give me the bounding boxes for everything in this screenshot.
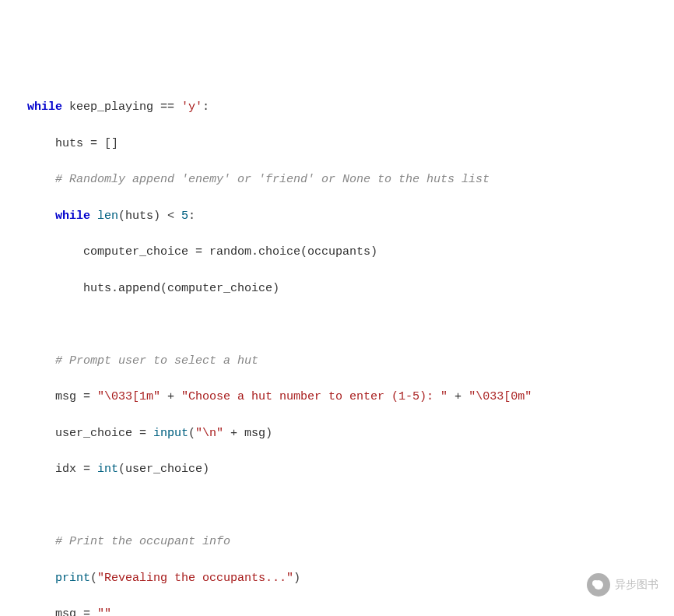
code-line: # Print the occupant info <box>27 533 674 551</box>
watermark-text: 异步图书 <box>615 576 658 593</box>
code-line: msg = "" <box>27 605 674 616</box>
comment: # Print the occupant info <box>27 535 230 548</box>
code-line: huts.append(computer_choice) <box>27 280 674 297</box>
watermark: 异步图书 <box>587 573 658 597</box>
code-line: computer_choice = random.choice(occupant… <box>27 243 674 261</box>
keyword-while: while <box>27 100 62 114</box>
code-line: msg = "\033[1m" + "Choose a hut number t… <box>27 388 674 406</box>
weibo-icon <box>587 573 610 597</box>
comment: # Randomly append 'enemy' or 'friend' or… <box>27 173 490 186</box>
code-line <box>27 315 674 333</box>
code-line: while keep_playing == 'y': <box>27 98 674 116</box>
code-line: # Randomly append 'enemy' or 'friend' or… <box>27 171 674 188</box>
comment: # Prompt user to select a hut <box>27 354 258 368</box>
code-line: while len(huts) < 5: <box>27 207 674 225</box>
code-line: idx = int(user_choice) <box>27 460 674 478</box>
keyword-while: while <box>55 209 90 223</box>
code-line: # Prompt user to select a hut <box>27 352 674 370</box>
code-line: huts = [] <box>27 135 674 153</box>
code-line: user_choice = input("\n" + msg) <box>27 424 674 442</box>
code-block: while keep_playing == 'y': huts = [] # R… <box>0 80 674 616</box>
code-line <box>27 497 674 515</box>
code-line: print("Revealing the occupants...") <box>27 569 674 587</box>
